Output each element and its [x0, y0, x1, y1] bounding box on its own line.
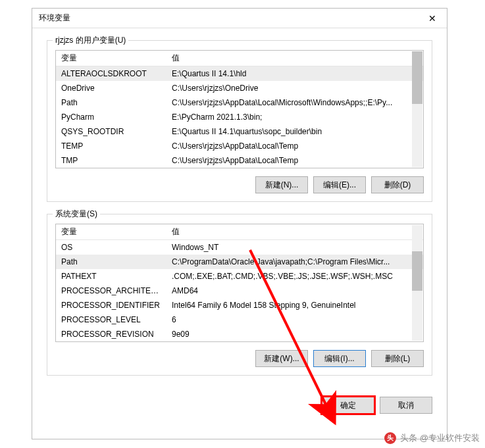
var-value: E:\Quartus II 14.1\hld — [166, 69, 423, 78]
var-name: PROCESSOR_LEVEL — [56, 315, 166, 324]
table-row[interactable]: PathC:\Users\rjzjzs\AppData\Local\Micros… — [56, 95, 423, 110]
user-buttons: 新建(N)... 编辑(E)... 删除(D) — [55, 176, 424, 193]
watermark: 头 头条 @专业软件安装 — [384, 432, 480, 444]
dialog-title: 环境变量 — [39, 12, 418, 24]
system-variables-table[interactable]: 变量 值 OSWindows_NTPathC:\ProgramData\Orac… — [55, 224, 424, 342]
var-name: QSYS_ROOTDIR — [56, 127, 166, 136]
var-value: 9e09 — [166, 330, 423, 339]
var-name: PATHEXT — [56, 272, 166, 281]
table-body: ALTERAOCLSDKROOTE:\Quartus II 14.1\hldOn… — [56, 66, 423, 168]
var-value: E:\PyCharm 2021.1.3\bin; — [166, 112, 423, 122]
var-value: .COM;.EXE;.BAT;.CMD;.VBS;.VBE;.JS;.JSE;.… — [166, 272, 423, 281]
table-row[interactable]: PROCESSOR_ARCHITECT...AMD64 — [56, 284, 423, 298]
col-name-header[interactable]: 变量 — [56, 53, 166, 64]
table-row[interactable]: PROCESSOR_LEVEL6 — [56, 312, 423, 327]
col-name-header[interactable]: 变量 — [56, 226, 166, 237]
var-name: OS — [56, 243, 166, 252]
var-name: Path — [56, 257, 166, 266]
watermark-logo-icon: 头 — [384, 432, 396, 444]
var-value: C:\Users\rjzjzs\OneDrive — [166, 84, 423, 93]
table-row[interactable]: PATHEXT.COM;.EXE;.BAT;.CMD;.VBS;.VBE;.JS… — [56, 269, 423, 284]
close-icon[interactable]: ✕ — [418, 9, 447, 28]
var-value: AMD64 — [166, 286, 423, 295]
var-name: PROCESSOR_REVISION — [56, 330, 166, 339]
table-row[interactable]: PROCESSOR_IDENTIFIERIntel64 Family 6 Mod… — [56, 298, 423, 312]
var-name: TMP — [56, 156, 166, 165]
scrollbar[interactable] — [412, 225, 422, 341]
user-new-button[interactable]: 新建(N)... — [255, 176, 308, 193]
user-variables-group: rjzjzs 的用户变量(U) 变量 值 ALTERAOCLSDKROOTE:\… — [47, 40, 432, 202]
table-body: OSWindows_NTPathC:\ProgramData\Oracle\Ja… — [56, 240, 423, 341]
col-value-header[interactable]: 值 — [166, 226, 423, 237]
table-header: 变量 值 — [56, 224, 423, 240]
var-value: Intel64 Family 6 Model 158 Stepping 9, G… — [166, 301, 423, 310]
var-value: C:\ProgramData\Oracle\Java\javapath;C:\P… — [166, 257, 423, 266]
var-value: E:\Quartus II 14.1\quartus\sopc_builder\… — [166, 127, 423, 136]
table-row[interactable]: TEMPC:\Users\rjzjzs\AppData\Local\Temp — [56, 139, 423, 153]
var-value: C:\Users\rjzjzs\AppData\Local\Temp — [166, 141, 423, 151]
user-variables-table[interactable]: 变量 值 ALTERAOCLSDKROOTE:\Quartus II 14.1\… — [55, 50, 424, 168]
var-value: Windows_NT — [166, 243, 423, 252]
system-new-button[interactable]: 新建(W)... — [255, 350, 308, 367]
var-value: C:\Users\rjzjzs\AppData\Local\Temp — [166, 156, 423, 165]
var-name: ALTERAOCLSDKROOT — [56, 69, 166, 78]
table-row[interactable]: ALTERAOCLSDKROOTE:\Quartus II 14.1\hld — [56, 66, 423, 81]
user-edit-button[interactable]: 编辑(E)... — [313, 176, 366, 193]
user-group-label: rjzjzs 的用户变量(U) — [53, 35, 128, 46]
scrollbar[interactable] — [412, 51, 422, 167]
user-delete-button[interactable]: 删除(D) — [371, 176, 424, 193]
var-name: Path — [56, 98, 166, 107]
env-vars-dialog: 环境变量 ✕ rjzjzs 的用户变量(U) 变量 值 ALTERAOCLSDK… — [32, 8, 447, 439]
system-variables-group: 系统变量(S) 变量 值 OSWindows_NTPathC:\ProgramD… — [47, 214, 432, 376]
var-value: 6 — [166, 315, 423, 324]
titlebar[interactable]: 环境变量 ✕ — [32, 9, 447, 28]
var-name: TEMP — [56, 141, 166, 151]
system-group-label: 系统变量(S) — [53, 209, 100, 220]
table-row[interactable]: TMPC:\Users\rjzjzs\AppData\Local\Temp — [56, 153, 423, 168]
table-row[interactable]: PyCharmE:\PyCharm 2021.1.3\bin; — [56, 110, 423, 124]
var-name: PyCharm — [56, 112, 166, 122]
cancel-button[interactable]: 取消 — [380, 397, 432, 414]
var-value: C:\Users\rjzjzs\AppData\Local\Microsoft\… — [166, 98, 423, 107]
watermark-text: 头条 @专业软件安装 — [400, 432, 480, 444]
table-row[interactable]: PROCESSOR_REVISION9e09 — [56, 327, 423, 341]
table-row[interactable]: OSWindows_NT — [56, 240, 423, 255]
dialog-content: rjzjzs 的用户变量(U) 变量 值 ALTERAOCLSDKROOTE:\… — [32, 28, 447, 397]
var-name: PROCESSOR_IDENTIFIER — [56, 301, 166, 310]
system-edit-button[interactable]: 编辑(I)... — [313, 350, 366, 367]
system-delete-button[interactable]: 删除(L) — [371, 350, 424, 367]
dialog-footer-buttons: 确定 取消 — [32, 397, 447, 414]
table-header: 变量 值 — [56, 51, 423, 66]
table-row[interactable]: PathC:\ProgramData\Oracle\Java\javapath;… — [56, 255, 423, 269]
var-name: OneDrive — [56, 84, 166, 93]
ok-button[interactable]: 确定 — [322, 397, 374, 414]
col-value-header[interactable]: 值 — [166, 53, 423, 64]
table-row[interactable]: QSYS_ROOTDIRE:\Quartus II 14.1\quartus\s… — [56, 124, 423, 139]
table-row[interactable]: OneDriveC:\Users\rjzjzs\OneDrive — [56, 81, 423, 95]
system-buttons: 新建(W)... 编辑(I)... 删除(L) — [55, 350, 424, 367]
var-name: PROCESSOR_ARCHITECT... — [56, 286, 166, 295]
